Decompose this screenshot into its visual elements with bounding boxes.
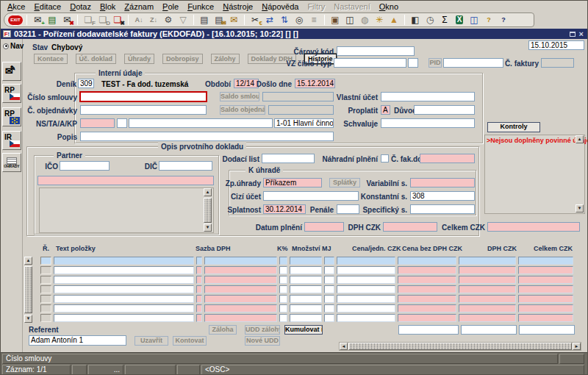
save-record-icon[interactable]: ▤ (46, 14, 59, 26)
filter-icon[interactable]: ▽ (176, 14, 190, 26)
cell-sazba[interactable] (204, 257, 277, 265)
denik-field[interactable]: 309 (78, 79, 94, 88)
cell-sel[interactable] (40, 276, 51, 284)
helm-icon[interactable]: ✳ (373, 14, 386, 26)
udd-zalohy-button[interactable]: UDD zálohy (245, 325, 280, 335)
cell-cbez[interactable] (398, 266, 456, 274)
cell-sel[interactable] (40, 295, 51, 303)
cell-kpct[interactable] (279, 266, 287, 274)
cell-cjedn[interactable] (337, 295, 395, 303)
cut-euro-icon[interactable]: ✂€ (248, 14, 262, 26)
ta-field[interactable] (117, 118, 127, 128)
cell-text[interactable] (54, 304, 194, 312)
restore-window-icon[interactable] (570, 32, 576, 37)
cislo-smlouvy-field[interactable] (80, 92, 207, 101)
total-dph-field[interactable] (461, 325, 517, 335)
cell-cbez[interactable] (398, 314, 456, 322)
clipboard-icon[interactable]: ▣ (329, 14, 342, 26)
pyramid-icon[interactable]: ▲ (387, 14, 401, 26)
cell-kpct[interactable] (279, 276, 287, 284)
tab-kontace[interactable]: Kontace (34, 54, 68, 64)
cell-cdph[interactable] (459, 314, 516, 322)
zpuhrady-field[interactable]: Příkazem (263, 178, 322, 188)
variabilni-field[interactable] (410, 178, 475, 188)
import-transfer-icon[interactable]: ⇄ (263, 14, 276, 26)
nav-radio[interactable]: Nav (3, 42, 24, 50)
cell-sel[interactable] (40, 257, 51, 265)
cell-mj[interactable] (324, 295, 334, 303)
tab-dobropisy[interactable]: Dobropisy (162, 54, 203, 64)
cell-kpct[interactable] (279, 314, 287, 322)
cell-ccelk[interactable] (518, 295, 573, 303)
menu-item-záznam[interactable]: Záznam (120, 2, 158, 11)
menu-item-nápověda[interactable]: Nápověda (257, 2, 303, 11)
invoice-no-field[interactable] (541, 58, 574, 68)
cell-mj[interactable] (324, 276, 334, 284)
scroll-right-icon[interactable]: ► (573, 343, 581, 350)
cell-cdph[interactable] (459, 257, 516, 265)
cell-sazba[interactable] (204, 276, 277, 284)
ir-cz-button[interactable]: IR (2, 131, 21, 150)
cell-ccelk[interactable] (518, 257, 573, 265)
cell-mnoz[interactable] (290, 276, 322, 284)
menu-item-nástroje[interactable]: Nástroje (218, 2, 257, 11)
ico-field[interactable] (60, 161, 110, 171)
cell-cjedn[interactable] (337, 276, 395, 284)
cell-mj[interactable] (324, 314, 334, 322)
folder-cancel-icon[interactable]: ❏✖ (111, 14, 124, 26)
tab--hrady[interactable]: Úhrady (124, 54, 154, 64)
cell-mj[interactable] (324, 257, 334, 265)
new-record-icon[interactable]: ✉+ (31, 14, 44, 26)
menu-item-okno[interactable]: Okno (375, 2, 403, 11)
print-icon[interactable]: ▤ (198, 14, 211, 26)
kontovat-button[interactable]: Kontovat (173, 336, 207, 346)
cell-ccelk[interactable] (518, 314, 573, 322)
datum-plneni-field[interactable] (304, 222, 344, 232)
cell-ccelk[interactable] (518, 266, 573, 274)
cell-cbez[interactable] (398, 304, 456, 312)
globe-icon[interactable]: ◍ (358, 14, 371, 26)
cell-text[interactable] (54, 314, 194, 322)
sum-icon[interactable]: Σ (438, 14, 451, 26)
dph-czk-field[interactable] (383, 222, 437, 232)
schvaluje-field[interactable] (381, 118, 475, 128)
cell-mj[interactable] (324, 285, 334, 293)
specificky-field[interactable] (410, 204, 475, 214)
menu-item-akce[interactable]: Akce (3, 2, 29, 11)
kontroly-button[interactable]: Kontroly (487, 122, 540, 132)
partner-address-box[interactable] (39, 188, 214, 233)
cell-text[interactable] (54, 276, 194, 284)
cell-sel[interactable] (40, 266, 51, 274)
excel-icon[interactable]: X (453, 14, 466, 26)
menu-item-dotaz[interactable]: Dotaz (65, 2, 96, 11)
sort-ascending-icon[interactable]: A↓ (132, 14, 146, 26)
vz-number-field[interactable] (334, 58, 406, 68)
doslo-field[interactable]: 15.12.2014 (295, 79, 335, 88)
cell-text[interactable] (54, 257, 194, 265)
saldo-objednavky-button[interactable]: Saldo objednávky (220, 105, 265, 115)
cell-mnoz[interactable] (290, 257, 322, 265)
pid-button[interactable]: PID (429, 58, 442, 68)
cell-sazba[interactable] (204, 295, 277, 303)
uhrady-button[interactable]: ÚHRADY (2, 153, 21, 172)
cell-sel[interactable] (40, 304, 51, 312)
cell-kpct[interactable] (279, 285, 287, 293)
cell-code[interactable] (196, 276, 202, 284)
menu-item-pole[interactable]: Pole (158, 2, 183, 11)
cell-code[interactable] (196, 304, 202, 312)
menu-item-nastavení[interactable]: Nastavení (329, 2, 375, 11)
ns-field[interactable] (80, 118, 115, 128)
cell-cdph[interactable] (459, 276, 516, 284)
cell-code[interactable] (196, 257, 202, 265)
cell-text[interactable] (54, 295, 194, 303)
cell-mj[interactable] (324, 304, 334, 312)
celkem-czk-field[interactable] (487, 222, 580, 232)
table-scroll-thumb[interactable] (24, 266, 32, 313)
barcode-field[interactable] (337, 46, 415, 56)
list-icon[interactable]: ≡ (307, 14, 320, 26)
popis-field[interactable] (80, 132, 334, 141)
cell-sel[interactable] (40, 285, 51, 293)
proplatit-field[interactable]: A (381, 105, 390, 115)
close-window-icon[interactable]: × (579, 30, 584, 38)
cell-code[interactable] (196, 285, 202, 293)
